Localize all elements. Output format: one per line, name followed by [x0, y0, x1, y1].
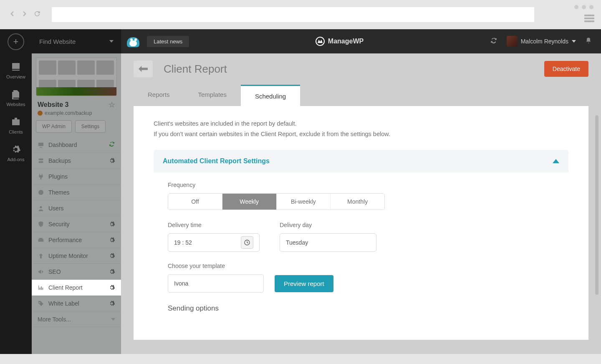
gear-icon[interactable] — [109, 237, 115, 243]
brand-logo-icon — [316, 37, 325, 46]
gear-icon — [10, 144, 21, 154]
menu-backups[interactable]: Backups — [32, 153, 121, 169]
plug-icon — [38, 173, 44, 180]
delivery-day-select[interactable]: Tuesday — [280, 233, 376, 252]
browser-reload-icon[interactable] — [33, 10, 41, 19]
frequency-off[interactable]: Off — [168, 194, 222, 210]
page-title: Client Report — [164, 63, 227, 76]
browser-forward-icon[interactable] — [21, 10, 28, 19]
svg-point-0 — [38, 190, 43, 195]
frequency-weekly[interactable]: Weekly — [222, 194, 277, 210]
user-name: Malcolm Reynolds — [521, 38, 568, 45]
rail-label: Add-ons — [0, 157, 32, 162]
site-title-row: Website 3 ☆ — [32, 98, 121, 110]
frequency-label: Frequency — [168, 182, 554, 188]
report-icon — [38, 284, 44, 291]
deactivate-button[interactable]: Deactivate — [544, 61, 588, 77]
delivery-time-input[interactable]: 19 : 52 — [168, 233, 260, 252]
site-settings-button[interactable]: Settings — [75, 120, 106, 133]
svg-point-1 — [40, 206, 42, 208]
brand[interactable]: ManageWP — [316, 37, 364, 46]
mascot-icon — [125, 33, 144, 50]
latest-news-button[interactable]: Latest news — [147, 36, 189, 47]
rail-label: Clients — [0, 129, 32, 134]
intro-text: Client's websites are included in the re… — [154, 119, 568, 139]
site-url[interactable]: example.com/backup — [32, 110, 121, 120]
panel-toggle[interactable]: Automated Client Report Settings — [154, 150, 568, 172]
main-area: Latest news ManageWP Malcolm Reynolds Cl… — [121, 29, 601, 354]
delivery-day-label: Delivery day — [280, 222, 376, 228]
menu-security[interactable]: Security — [32, 216, 121, 232]
avatar — [507, 36, 518, 47]
url-bar[interactable] — [52, 7, 534, 22]
clock-icon[interactable] — [241, 236, 253, 249]
template-select[interactable]: Ivona — [168, 274, 264, 293]
frequency-biweekly[interactable]: Bi-weekly — [277, 194, 331, 210]
chevron-down-icon — [572, 40, 576, 43]
gear-icon[interactable] — [109, 221, 115, 228]
shield-icon — [38, 221, 44, 228]
brand-text: ManageWP — [328, 38, 364, 45]
refresh-icon[interactable] — [490, 37, 497, 46]
add-button[interactable]: + — [8, 33, 24, 50]
tag-icon — [38, 300, 44, 307]
id-card-icon — [10, 117, 21, 127]
gear-icon[interactable] — [109, 284, 115, 291]
site-url-text: example.com/backup — [45, 110, 92, 116]
gear-icon[interactable] — [109, 253, 115, 259]
chevron-up-icon — [553, 159, 559, 163]
browser-back-icon[interactable] — [8, 10, 16, 19]
arrow-up-icon — [38, 253, 44, 259]
rail-clients[interactable]: Clients — [0, 113, 32, 140]
menu-white-label[interactable]: White Label — [32, 296, 121, 311]
browser-menu-icon[interactable] — [584, 13, 594, 23]
find-website-dropdown[interactable]: Find Website — [32, 29, 121, 53]
find-website-label: Find Website — [39, 38, 76, 45]
left-rail: + Overview Websites Clients Add-ons — [0, 29, 32, 354]
menu-uptime[interactable]: Uptime Monitor — [32, 248, 121, 264]
menu-dashboard[interactable]: Dashboard — [32, 137, 121, 153]
rail-addons[interactable]: Add-ons — [0, 140, 32, 168]
site-menu: Dashboard Backups Plugins Themes Users S… — [32, 137, 121, 327]
wp-admin-button[interactable]: WP Admin — [36, 120, 72, 133]
gear-icon[interactable] — [109, 157, 115, 164]
rail-overview[interactable]: Overview — [0, 58, 32, 85]
rail-websites[interactable]: Websites — [0, 85, 32, 113]
preview-report-button[interactable]: Preview report — [275, 275, 333, 292]
gear-icon[interactable] — [109, 300, 115, 307]
window-controls — [574, 5, 593, 9]
frequency-segment: Off Weekly Bi-weekly Monthly — [168, 193, 385, 210]
menu-seo[interactable]: SEO — [32, 264, 121, 280]
menu-users[interactable]: Users — [32, 200, 121, 216]
panel-title: Automated Client Report Settings — [163, 157, 270, 165]
backup-icon — [38, 157, 44, 164]
tab-templates[interactable]: Templates — [184, 84, 241, 106]
rail-label: Websites — [0, 102, 32, 107]
chevron-down-icon — [111, 318, 115, 321]
sync-icon[interactable] — [109, 141, 115, 149]
user-menu[interactable]: Malcolm Reynolds — [507, 36, 576, 47]
scrollbar[interactable] — [595, 115, 598, 295]
menu-themes[interactable]: Themes — [32, 185, 121, 200]
megaphone-icon — [38, 268, 44, 275]
rail-label: Overview — [0, 74, 32, 79]
menu-performance[interactable]: Performance — [32, 232, 121, 248]
tab-scheduling[interactable]: Scheduling — [241, 85, 300, 106]
menu-client-report[interactable]: Client Report — [32, 280, 121, 296]
menu-plugins[interactable]: Plugins — [32, 169, 121, 185]
sending-options-heading: Sending options — [168, 304, 554, 313]
frequency-monthly[interactable]: Monthly — [331, 194, 384, 210]
favorite-star-icon[interactable]: ☆ — [109, 100, 115, 109]
delivery-time-label: Delivery time — [168, 222, 260, 228]
site-thumbnail[interactable] — [36, 58, 117, 96]
template-label: Choose your template — [168, 263, 554, 269]
user-icon — [38, 205, 44, 212]
bell-icon[interactable] — [585, 37, 592, 46]
monitor-icon — [38, 142, 44, 148]
gear-icon[interactable] — [109, 268, 115, 275]
settings-panel: Automated Client Report Settings Frequen… — [154, 150, 568, 317]
menu-more-tools[interactable]: More Tools... — [32, 311, 121, 327]
tab-reports[interactable]: Reports — [134, 84, 184, 106]
globe-icon — [38, 111, 43, 116]
back-button[interactable] — [134, 61, 153, 77]
